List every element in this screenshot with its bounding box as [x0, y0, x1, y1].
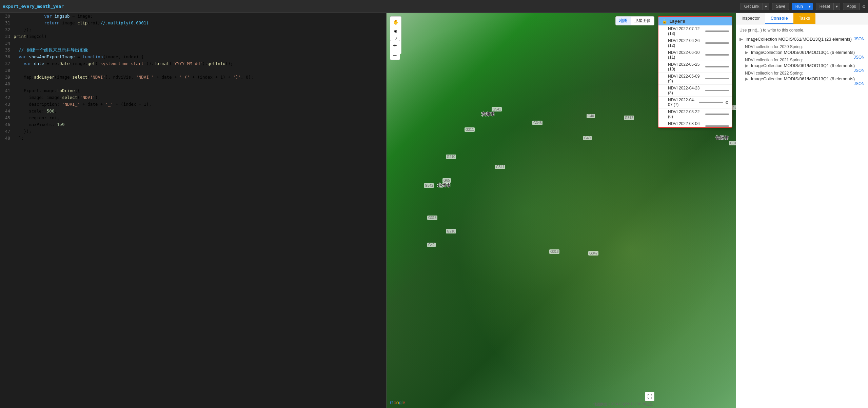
json-link-2021[interactable]: JSON: [854, 68, 865, 73]
json-link[interactable]: JSON: [854, 37, 865, 41]
arrow-icon: ▶: [739, 37, 743, 42]
code-line-32: 32 });: [0, 26, 386, 33]
code-line-33: 33 print(imgCol): [0, 33, 386, 40]
layer-item[interactable]: NDVI 2022-07-12 (13): [658, 25, 732, 37]
layer-item[interactable]: NDVI 2022-04-23 (8): [658, 85, 732, 97]
run-arrow[interactable]: ▾: [806, 3, 813, 10]
run-button[interactable]: Run: [792, 3, 806, 10]
reset-group: Reset ▾: [816, 3, 840, 10]
layer-opacity-slider[interactable]: [705, 90, 729, 91]
tab-inspector[interactable]: Inspector: [736, 13, 765, 24]
code-line-31: 31 return image.clip(roi)//.multiply(0.0…: [0, 20, 386, 26]
code-line-43: 43 description: 'NDVI_' + date + '_' + (…: [0, 101, 386, 108]
main-layout: 30 var imgsub = image; 31 return image.c…: [0, 13, 868, 408]
layer-checkbox[interactable]: [661, 29, 666, 34]
code-line-47: 47 });: [0, 128, 386, 135]
console-entry-2021: NDVI collection for 2021 Spring: ▶ Image…: [739, 58, 865, 68]
map-type-standard[interactable]: 地图: [616, 17, 631, 25]
layer-opacity-slider[interactable]: [705, 114, 729, 115]
layer-checkbox[interactable]: [661, 41, 666, 45]
code-line-36: 36 var showAndExportImage = function(ima…: [0, 54, 386, 60]
collection-label-2020: ImageCollection MODIS/061/MOD13Q1 (6 ele…: [751, 50, 855, 55]
sublabel-2021: NDVI collection for 2021 Spring:: [745, 58, 865, 62]
layer-item[interactable]: NDVI 2022-03-22 (6): [658, 108, 732, 120]
layers-panel: 🔒 Layers NDVI 2022-07-12 (13) NDVI 2022-…: [658, 16, 732, 128]
layer-opacity-slider[interactable]: [705, 125, 729, 127]
layer-checkbox[interactable]: [661, 53, 666, 57]
layer-name: NDVI 2022-05-25 (10): [668, 62, 703, 72]
layers-list[interactable]: NDVI 2022-07-12 (13) NDVI 2022-06-26 (12…: [658, 25, 732, 127]
layer-checkbox[interactable]: [661, 76, 666, 81]
save-button[interactable]: Save: [772, 3, 789, 10]
get-link-arrow[interactable]: ▾: [763, 3, 769, 10]
tab-tasks[interactable]: Tasks: [793, 13, 815, 24]
layer-name: NDVI 2022-06-26 (12): [668, 38, 703, 48]
layer-item[interactable]: NDVI 2022-03-06 (5): [658, 120, 732, 127]
google-logo: Google: [390, 400, 405, 405]
tab-console[interactable]: Console: [765, 13, 793, 24]
layer-settings-icon[interactable]: ⚙: [725, 100, 729, 105]
get-link-group: Get Link ▾: [741, 3, 770, 10]
layer-checkbox[interactable]: [661, 112, 666, 117]
layer-name: NDVI 2022-03-06 (5): [668, 121, 703, 127]
arrow-icon-2022: ▶: [745, 76, 748, 81]
map-type-satellite[interactable]: 卫星图像: [631, 17, 654, 25]
zoom-in-button[interactable]: +: [390, 40, 400, 50]
console-entry-2020: NDVI collection for 2020 Spring: ▶ Image…: [739, 44, 865, 55]
layer-opacity-slider[interactable]: [705, 78, 729, 79]
layer-opacity-slider[interactable]: [705, 54, 729, 56]
script-title: export_every_month_year: [3, 4, 738, 9]
apps-button[interactable]: Apps: [843, 3, 860, 10]
code-editor[interactable]: 30 var imgsub = image; 31 return image.c…: [0, 13, 386, 408]
collection-label-2022: ImageCollection MODIS/061/MOD13Q1 (6 ele…: [751, 76, 855, 81]
collection-entry-2022[interactable]: ▶ ImageCollection MODIS/061/MOD13Q1 (6 e…: [739, 76, 865, 81]
inspector-tabs: Inspector Console Tasks: [736, 13, 868, 24]
collection-entry-2020[interactable]: ▶ ImageCollection MODIS/061/MOD13Q1 (6 e…: [739, 50, 865, 55]
get-link-button[interactable]: Get Link: [741, 3, 763, 10]
json-link-2022[interactable]: JSON: [854, 81, 865, 86]
code-line-35: 35 // 创建一个函数来显示并导出图像: [0, 47, 386, 54]
console-hint: Use print(...) to write to this console.: [739, 28, 865, 33]
layer-item[interactable]: NDVI 2022-05-25 (10): [658, 61, 732, 73]
reset-arrow[interactable]: ▾: [833, 3, 840, 10]
layer-item[interactable]: NDVI 2022-06-10 (11): [658, 49, 732, 61]
layer-item[interactable]: NDVI 2022-04-07 (7) ⚙: [658, 97, 732, 108]
map-panel[interactable]: ✋ ◉ ╱ ▭ + − 安康市 信阳市 达州市 铜陵市 池州市 安庆市 G541…: [387, 13, 736, 408]
map-type-buttons: 地图 卫星图像: [615, 16, 654, 25]
code-line-39: 39 Map.addLayer(image.select('NDVI'), nd…: [0, 74, 386, 81]
fullscreen-button[interactable]: ⛶: [645, 392, 654, 401]
layer-name: NDVI 2022-05-09 (9): [668, 74, 703, 83]
console-entry-2022: NDVI collection for 2022 Spring: ▶ Image…: [739, 71, 865, 81]
layer-name: NDVI 2022-04-07 (7): [668, 98, 697, 107]
layer-opacity-slider[interactable]: [705, 42, 729, 44]
layer-opacity-slider[interactable]: [705, 30, 729, 32]
code-line-30: 30 var imgsub = image;: [0, 13, 386, 20]
code-line-34: 34: [0, 40, 386, 47]
json-link-2020[interactable]: JSON: [854, 55, 865, 60]
reset-button[interactable]: Reset: [816, 3, 833, 10]
layer-opacity-slider[interactable]: [705, 66, 729, 67]
sublabel-2020: NDVI collection for 2020 Spring:: [745, 44, 865, 49]
code-line-42: 42 image: image.select('NDVI'),: [0, 94, 386, 101]
hand-tool-button[interactable]: ✋: [392, 18, 400, 26]
settings-icon[interactable]: ⚙: [863, 4, 865, 9]
layer-checkbox[interactable]: [661, 100, 666, 105]
run-group: Run ▾: [792, 3, 813, 10]
code-line-45: 45 region: roi,: [0, 115, 386, 121]
code-line-46: 46 maxPixels: 1e9: [0, 121, 386, 128]
arrow-icon-2020: ▶: [745, 50, 748, 55]
lock-icon: 🔒: [662, 19, 667, 24]
layer-checkbox[interactable]: [661, 124, 666, 127]
zoom-out-button[interactable]: −: [390, 50, 400, 60]
layer-item[interactable]: NDVI 2022-06-26 (12): [658, 37, 732, 49]
layer-opacity-slider[interactable]: [699, 102, 723, 103]
layer-checkbox[interactable]: [661, 88, 666, 93]
layer-item[interactable]: NDVI 2022-05-09 (9): [658, 73, 732, 85]
collection-entry[interactable]: ▶ ImageCollection MODIS/061/MOD13Q1 (23 …: [739, 37, 865, 42]
inspector-content: Use print(...) to write to this console.…: [736, 24, 868, 408]
point-tool-button[interactable]: ◉: [392, 27, 400, 35]
code-line-48: 48 };: [0, 135, 386, 142]
layers-title: Layers: [669, 19, 685, 24]
layer-checkbox[interactable]: [661, 64, 666, 69]
collection-entry-2021[interactable]: ▶ ImageCollection MODIS/061/MOD13Q1 (6 e…: [739, 63, 865, 68]
